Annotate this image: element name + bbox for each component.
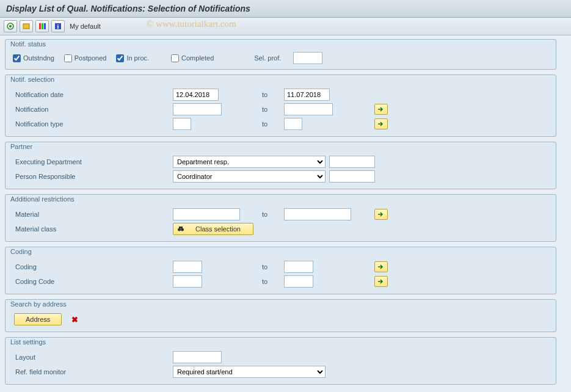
- group-title-list: List settings: [9, 337, 47, 348]
- checkbox-in-process-label: In proc.: [126, 54, 149, 62]
- svg-point-9: [181, 228, 184, 231]
- checkbox-completed[interactable]: Completed: [171, 54, 214, 62]
- to-label: to: [262, 211, 280, 218]
- group-title-selection: Notif. selection: [9, 74, 56, 85]
- checkbox-completed-label: Completed: [181, 54, 214, 62]
- toolbar: i My default © www.tutorialkart.com: [0, 18, 571, 35]
- coding-code-label: Coding Code: [10, 278, 54, 285]
- class-selection-button[interactable]: Class selection: [173, 223, 253, 235]
- material-from-input[interactable]: [173, 208, 240, 220]
- info-button[interactable]: i: [51, 20, 65, 32]
- selection-options-button[interactable]: [35, 20, 49, 32]
- address-button-label: Address: [26, 316, 50, 323]
- arrow-right-icon: [377, 278, 385, 285]
- to-label: to: [262, 91, 280, 98]
- watermark: © www.tutorialkart.com: [147, 19, 236, 29]
- arrow-right-icon: [377, 106, 385, 112]
- checkbox-outstanding-input[interactable]: [13, 54, 21, 62]
- exec-dept-label: Executing Department: [10, 158, 82, 165]
- class-selection-label: Class selection: [195, 225, 241, 233]
- svg-text:i: i: [57, 23, 59, 30]
- exec-dept-input[interactable]: [329, 156, 375, 168]
- arrow-right-icon: [377, 264, 385, 270]
- coding-code-to-input[interactable]: [284, 275, 313, 288]
- checkbox-postponed-label: Postponed: [75, 54, 107, 62]
- arrow-right-icon: [377, 121, 385, 127]
- binoculars-icon: [177, 225, 184, 233]
- group-list-settings: List settings Layout Ref. field monitor …: [5, 337, 556, 385]
- layout-label: Layout: [10, 354, 35, 361]
- checkbox-in-process-input[interactable]: [116, 54, 124, 62]
- notif-date-to-input[interactable]: [284, 89, 330, 101]
- delete-address-icon[interactable]: ✖: [71, 315, 78, 324]
- group-coding: Coding Coding to Coding Code to: [5, 247, 556, 294]
- content-area: Notif. status Outstndng Postponed In pro…: [0, 35, 571, 392]
- notif-date-from-input[interactable]: [173, 89, 219, 101]
- group-additional-restrictions: Additional restrictions Material to Mate…: [5, 194, 556, 242]
- group-notif-selection: Notif. selection Notification date to No…: [5, 74, 556, 137]
- notification-label: Notification: [10, 106, 48, 113]
- group-partner: Partner Executing Department Department …: [5, 142, 556, 189]
- ref-field-monitor-select[interactable]: Required start/end: [173, 366, 326, 378]
- arrow-right-icon: [377, 211, 385, 217]
- coding-to-input[interactable]: [284, 261, 313, 273]
- group-title-address: Search by address: [9, 299, 68, 310]
- layout-input[interactable]: [173, 351, 222, 363]
- person-resp-input[interactable]: [329, 170, 375, 183]
- notif-type-from-input[interactable]: [173, 118, 191, 130]
- person-resp-label: Person Responsible: [10, 173, 75, 180]
- group-title-partner: Partner: [9, 142, 34, 153]
- group-search-address: Search by address Address ✖: [5, 299, 556, 332]
- checkbox-postponed[interactable]: Postponed: [64, 54, 107, 62]
- variant-get-button[interactable]: [20, 20, 33, 32]
- multiple-selection-coding-code-button[interactable]: [374, 276, 388, 287]
- to-label: to: [262, 263, 280, 270]
- checkbox-postponed-input[interactable]: [64, 54, 72, 62]
- checkbox-in-process[interactable]: In proc.: [116, 54, 149, 62]
- material-to-input[interactable]: [284, 208, 351, 220]
- address-button[interactable]: Address: [14, 313, 62, 325]
- svg-rect-2: [23, 24, 29, 29]
- my-default-label[interactable]: My default: [70, 23, 101, 30]
- material-label: Material: [10, 211, 39, 218]
- svg-rect-4: [42, 23, 43, 29]
- notification-to-input[interactable]: [284, 103, 333, 115]
- notif-type-label: Notification type: [10, 120, 63, 128]
- checkbox-outstanding-label: Outstndng: [23, 54, 54, 62]
- checkbox-completed-input[interactable]: [171, 54, 179, 62]
- to-label: to: [262, 278, 280, 285]
- execute-button[interactable]: [4, 20, 17, 32]
- group-notif-status: Notif. status Outstndng Postponed In pro…: [5, 39, 556, 70]
- svg-rect-3: [39, 23, 41, 29]
- person-resp-select[interactable]: Coordinator: [173, 170, 326, 183]
- notification-from-input[interactable]: [173, 103, 222, 115]
- svg-rect-10: [179, 227, 183, 228]
- notif-type-to-input[interactable]: [284, 118, 302, 130]
- page-title: Display List of Qual. Notifications: Sel…: [0, 0, 571, 18]
- to-label: to: [262, 120, 280, 128]
- ref-field-monitor-label: Ref. field monitor: [10, 368, 66, 376]
- svg-rect-5: [44, 23, 46, 29]
- multiple-selection-notification-button[interactable]: [374, 104, 388, 115]
- exec-dept-select[interactable]: Department resp.: [173, 156, 326, 168]
- material-class-label: Material class: [10, 225, 56, 233]
- multiple-selection-material-button[interactable]: [374, 209, 388, 220]
- notif-date-label: Notification date: [10, 91, 64, 98]
- coding-label: Coding: [10, 263, 37, 270]
- multiple-selection-type-button[interactable]: [374, 118, 388, 129]
- svg-point-1: [9, 25, 12, 27]
- multiple-selection-coding-button[interactable]: [374, 261, 388, 272]
- group-title-status: Notif. status: [9, 39, 47, 50]
- sel-prof-input[interactable]: [293, 52, 322, 64]
- to-label: to: [262, 106, 280, 113]
- svg-point-8: [178, 228, 181, 231]
- sel-prof-label: Sel. prof.: [254, 54, 293, 62]
- coding-from-input[interactable]: [173, 261, 202, 273]
- checkbox-outstanding[interactable]: Outstndng: [13, 54, 54, 62]
- group-title-additional: Additional restrictions: [9, 194, 76, 205]
- group-title-coding: Coding: [9, 247, 33, 258]
- coding-code-from-input[interactable]: [173, 275, 202, 288]
